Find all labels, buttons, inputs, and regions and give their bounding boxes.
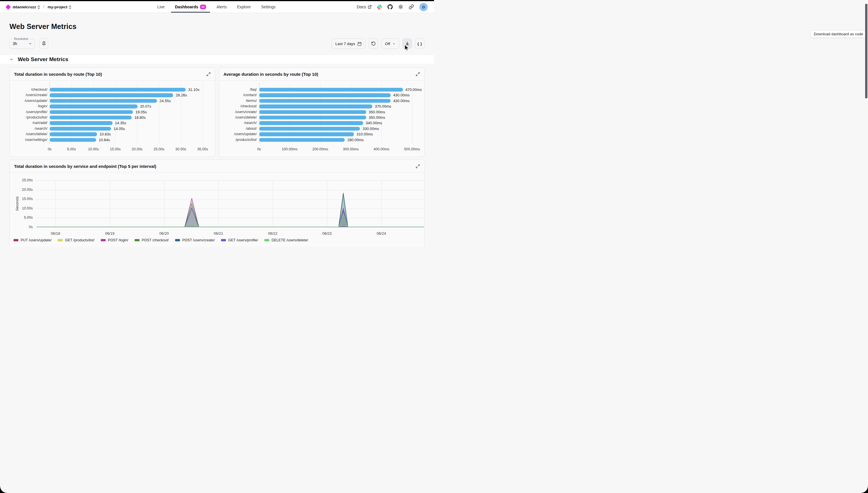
x-axis-tick-label: 06/21 bbox=[207, 231, 230, 236]
slack-link[interactable] bbox=[377, 5, 382, 9]
bar-category-label: /search/ bbox=[10, 126, 47, 131]
org-switcher[interactable]: ddanielcruzz bbox=[13, 5, 40, 9]
tab-alerts[interactable]: Alerts bbox=[216, 1, 227, 13]
bar-category-label: /checkout/ bbox=[219, 104, 257, 109]
legend-swatch bbox=[135, 239, 140, 241]
expand-panel-button[interactable] bbox=[416, 164, 420, 168]
series-area bbox=[37, 193, 424, 227]
brand-diamond-logo bbox=[5, 4, 10, 9]
tab-explore[interactable]: Explore bbox=[237, 1, 251, 13]
series-line bbox=[37, 194, 424, 227]
theme-toggle[interactable] bbox=[398, 4, 403, 9]
controls-row: Resolution 3h Last 7 days Off { } bbox=[9, 39, 425, 49]
github-link[interactable] bbox=[387, 4, 393, 9]
x-axis-tick-label: 400.00ms bbox=[369, 147, 394, 151]
bar-category-label: /about/ bbox=[219, 126, 257, 131]
bar[interactable] bbox=[50, 110, 133, 114]
project-name: my-project bbox=[48, 5, 67, 9]
section-title: Web Server Metrics bbox=[18, 56, 68, 63]
legend-item[interactable]: GET /users/profile/ bbox=[221, 238, 258, 242]
edit-as-code-button[interactable]: { } bbox=[415, 39, 425, 49]
x-axis-tick-label: 06/24 bbox=[370, 231, 393, 236]
series-area bbox=[37, 211, 424, 227]
bar-value-label: 470.00ms bbox=[406, 87, 422, 92]
chevron-down-icon bbox=[28, 42, 32, 45]
bar-category-label: /products/list/ bbox=[10, 115, 47, 120]
bar[interactable] bbox=[50, 88, 186, 91]
legend-swatch bbox=[14, 239, 18, 241]
bar[interactable] bbox=[259, 99, 391, 103]
legend-item[interactable]: POST /users/create/ bbox=[175, 238, 215, 242]
bar-category-label: /contact/ bbox=[219, 92, 257, 98]
bar[interactable] bbox=[50, 121, 112, 125]
legend-item[interactable]: PUT /users/update/ bbox=[14, 238, 51, 242]
tab-live[interactable]: Live bbox=[157, 1, 165, 13]
legend-label: DELETE /users/delete/ bbox=[272, 238, 308, 242]
bar[interactable] bbox=[50, 127, 111, 131]
github-icon bbox=[387, 4, 393, 9]
bar[interactable] bbox=[50, 93, 173, 97]
x-axis-tick-label: 500.00ms bbox=[400, 147, 424, 151]
x-axis-tick-label: 06/19 bbox=[98, 231, 121, 236]
bar[interactable] bbox=[259, 93, 391, 97]
bar-category-label: /users/update/ bbox=[10, 98, 47, 104]
bar[interactable] bbox=[259, 127, 360, 131]
bar[interactable] bbox=[50, 116, 132, 120]
bar-chart-total-duration: /checkout/31.10s/users/create/28.26s/use… bbox=[10, 81, 215, 157]
x-axis-tick-label: 20.00s bbox=[125, 147, 149, 151]
resolution-select[interactable]: Resolution 3h bbox=[9, 39, 35, 49]
download-dashboard-button[interactable] bbox=[402, 39, 412, 49]
user-avatar[interactable]: D bbox=[419, 3, 428, 11]
legend-item[interactable]: POST /checkout/ bbox=[135, 238, 169, 242]
bar[interactable] bbox=[259, 138, 345, 142]
bar[interactable] bbox=[50, 132, 97, 136]
bar[interactable] bbox=[259, 110, 366, 114]
x-axis-tick-label: 15.00s bbox=[103, 147, 127, 151]
bar[interactable] bbox=[50, 138, 96, 142]
tab-settings[interactable]: Settings bbox=[261, 1, 276, 13]
legend-item[interactable]: POST /login/ bbox=[101, 238, 128, 242]
bar[interactable] bbox=[259, 121, 363, 125]
refresh-button[interactable] bbox=[368, 39, 378, 49]
x-axis-tick-label: 30.00s bbox=[169, 147, 193, 151]
main-nav-tabs: Live Dashboards V2 Alerts Explore Settin… bbox=[157, 1, 276, 13]
legend-item[interactable]: DELETE /users/delete/ bbox=[264, 238, 308, 242]
calendar-icon bbox=[357, 42, 362, 46]
tab-dashboards[interactable]: Dashboards V2 bbox=[175, 1, 206, 13]
bar[interactable] bbox=[259, 132, 354, 136]
v2-badge: V2 bbox=[200, 5, 206, 9]
timeseries-plot[interactable] bbox=[37, 178, 424, 228]
bar[interactable] bbox=[50, 104, 137, 108]
chevron-down-icon bbox=[9, 57, 14, 61]
section-header[interactable]: Web Server Metrics bbox=[0, 55, 434, 64]
legend-swatch bbox=[175, 239, 180, 241]
bar-category-label: /search/ bbox=[219, 120, 257, 126]
copy-link-button[interactable] bbox=[409, 4, 414, 9]
org-name: ddanielcruzz bbox=[13, 5, 36, 9]
project-switcher[interactable]: my-project bbox=[48, 5, 71, 9]
bar[interactable] bbox=[259, 116, 366, 120]
bar[interactable] bbox=[50, 99, 157, 103]
bar-value-label: 18.80s bbox=[134, 115, 146, 120]
page-title: Web Server Metrics bbox=[9, 22, 425, 31]
docs-link[interactable]: Docs bbox=[357, 5, 372, 9]
chevron-down-icon bbox=[393, 42, 396, 45]
x-axis-tick-label: 06/22 bbox=[261, 231, 284, 236]
legend-label: GET /products/list/ bbox=[65, 238, 94, 242]
x-axis-tick-label: 06/18 bbox=[44, 231, 67, 236]
auto-refresh-select[interactable]: Off bbox=[381, 39, 399, 49]
expand-panel-button[interactable] bbox=[416, 72, 420, 76]
y-axis-tick-label: 0s bbox=[13, 225, 33, 229]
panel-header: Total duration in seconds by route (Top … bbox=[10, 68, 215, 81]
time-range-button[interactable]: Last 7 days bbox=[332, 39, 365, 49]
pin-resolution-button[interactable] bbox=[39, 39, 48, 49]
series-area bbox=[37, 198, 424, 227]
expand-panel-button[interactable] bbox=[206, 72, 211, 76]
series-line bbox=[37, 198, 424, 227]
bar-value-label: 330.00ms bbox=[362, 126, 379, 131]
bar-value-label: 24.55s bbox=[160, 98, 171, 104]
bar[interactable] bbox=[259, 104, 372, 108]
legend-item[interactable]: GET /products/list/ bbox=[58, 238, 94, 242]
bar[interactable] bbox=[259, 88, 403, 91]
panel-title: Average duration in seconds by route (To… bbox=[224, 72, 318, 77]
